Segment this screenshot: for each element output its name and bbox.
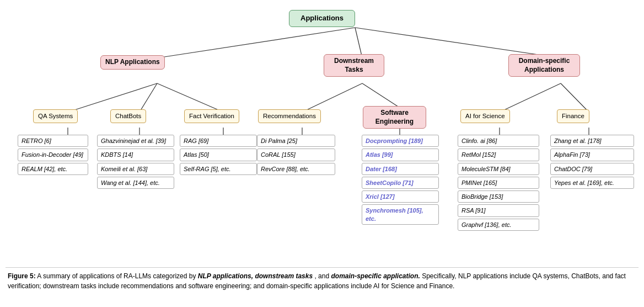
chatbots-items: Ghazvininejad et al. [39] KDBTS [14] Kom…: [97, 135, 174, 189]
qa-systems-node: QA Systems: [33, 109, 78, 123]
caption-area: Figure 5: A summary of applications of R…: [6, 267, 638, 291]
svg-line-2: [355, 28, 561, 58]
swe-items: Docprompting [189] Atlas [99] Dater [168…: [362, 135, 439, 225]
svg-line-9: [561, 83, 589, 112]
domain-specific-node: Domain-specificApplications: [508, 54, 580, 77]
caption-bold1: NLP applications, downstream tasks: [198, 272, 313, 280]
svg-line-5: [157, 83, 223, 112]
ai-for-science-node: AI for Science: [460, 109, 510, 123]
recommendations-node: Recommendations: [258, 109, 321, 123]
downstream-tasks-node: DownstreamTasks: [324, 54, 384, 77]
nlp-applications-node: NLP Applications: [100, 55, 165, 70]
reco-items: Di Palma [25] CoRAL [155] RevCore [88], …: [257, 135, 335, 175]
fact-verification-node: Fact Verification: [184, 109, 239, 123]
caption-text2: , and: [314, 272, 331, 280]
finance-node: Finance: [557, 109, 589, 123]
root-node: Applications: [289, 10, 355, 27]
svg-line-8: [500, 83, 561, 112]
svg-line-7: [362, 83, 400, 108]
caption-text1: A summary of applications of RA-LLMs cat…: [37, 272, 197, 280]
figure-label: Figure 5:: [8, 272, 36, 280]
qa-items: RETRO [6] Fusion-in-Decoder [49] REALM […: [18, 135, 88, 175]
finance-items: Zhang et al. [178] AlphaFin [73] ChatDOC…: [550, 135, 634, 189]
svg-line-6: [302, 83, 362, 112]
software-engineering-node: SoftwareEngineering: [363, 106, 426, 129]
svg-line-1: [355, 28, 362, 58]
svg-line-0: [157, 28, 355, 58]
svg-line-4: [139, 83, 157, 112]
caption-bold2: domain-specific application.: [331, 272, 420, 280]
main-container: Applications NLP Applications Downstream…: [0, 0, 644, 295]
diagram-area: Applications NLP Applications Downstream…: [6, 6, 638, 265]
fact-items: RAG [69] Atlas [50] Self-RAG [5], etc.: [180, 135, 257, 175]
root-label: Applications: [289, 10, 355, 27]
chatbots-node: ChatBots: [110, 109, 146, 123]
aiscience-items: Clinfo. ai [86] RetMol [152] MoleculeSTM…: [458, 135, 539, 231]
svg-line-3: [68, 83, 157, 112]
